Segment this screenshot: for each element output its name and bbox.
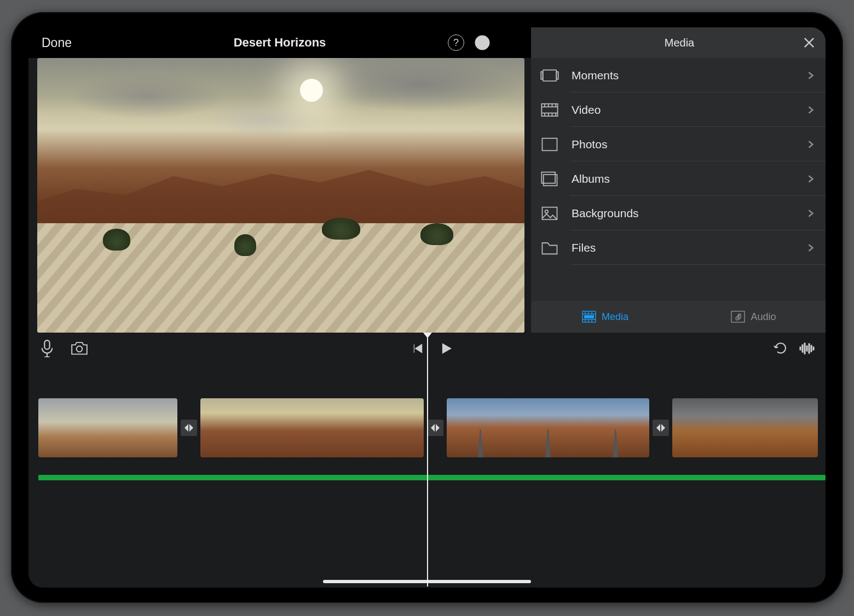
svg-rect-19 <box>806 346 807 351</box>
chevron-right-icon <box>807 72 815 79</box>
svg-rect-14 <box>44 340 49 349</box>
albums-icon <box>540 169 559 189</box>
media-panel: Media Moments Video Phot <box>531 27 826 333</box>
video-icon <box>540 100 559 120</box>
media-panel-header: Media <box>531 27 826 58</box>
files-icon <box>540 238 559 258</box>
timeline-clip[interactable] <box>200 398 424 457</box>
chevron-right-icon <box>807 244 815 252</box>
transition-icon[interactable] <box>427 420 443 436</box>
chevron-right-icon <box>807 141 815 148</box>
chevron-right-icon <box>807 106 815 114</box>
settings-gear-icon[interactable] <box>474 34 491 51</box>
tab-audio-label: Audio <box>751 311 776 323</box>
media-item-moments[interactable]: Moments <box>531 58 826 92</box>
media-item-photos[interactable]: Photos <box>531 127 826 161</box>
tab-media-label: Media <box>602 311 628 323</box>
waveform-icon[interactable] <box>799 342 816 355</box>
svg-point-1 <box>480 40 484 45</box>
media-item-files[interactable]: Files <box>531 230 826 265</box>
svg-rect-3 <box>541 72 543 79</box>
media-panel-title: Media <box>665 37 694 49</box>
media-item-label: Albums <box>572 172 807 185</box>
photos-icon <box>540 135 559 154</box>
screen: Done Desert Horizons ? Media <box>28 27 826 588</box>
tab-audio[interactable]: Audio <box>679 301 826 333</box>
done-button[interactable]: Done <box>28 36 85 50</box>
moments-icon <box>540 66 559 85</box>
media-item-label: Photos <box>572 138 807 151</box>
skip-back-icon[interactable] <box>412 342 424 355</box>
timeline-clip[interactable] <box>38 398 177 457</box>
audio-icon <box>731 311 745 323</box>
svg-rect-6 <box>543 138 557 150</box>
media-item-label: Video <box>572 103 807 117</box>
media-list: Moments Video Photos Albums <box>531 58 826 301</box>
chevron-right-icon <box>807 210 815 217</box>
tab-media[interactable]: Media <box>531 301 679 333</box>
svg-rect-18 <box>804 343 805 354</box>
play-icon[interactable] <box>440 342 452 355</box>
svg-point-10 <box>545 210 549 213</box>
media-item-albums[interactable]: Albums <box>531 161 826 196</box>
svg-rect-17 <box>802 345 803 352</box>
device-frame: Done Desert Horizons ? Media <box>11 12 843 603</box>
audio-track[interactable] <box>38 475 826 480</box>
camera-icon[interactable] <box>70 341 89 356</box>
playhead[interactable] <box>427 337 428 586</box>
video-preview[interactable] <box>37 58 524 333</box>
filmstrip-icon <box>582 311 596 323</box>
transition-icon[interactable] <box>181 420 197 436</box>
svg-rect-22 <box>813 347 814 350</box>
chevron-right-icon <box>807 175 815 183</box>
media-item-video[interactable]: Video <box>531 92 826 127</box>
media-item-backgrounds[interactable]: Backgrounds <box>531 196 826 230</box>
svg-rect-2 <box>543 69 557 80</box>
undo-icon[interactable] <box>773 341 787 356</box>
backgrounds-icon <box>540 204 559 223</box>
media-tabs: Media Audio <box>531 301 826 333</box>
transition-icon[interactable] <box>653 420 669 436</box>
svg-rect-12 <box>584 315 594 318</box>
svg-rect-5 <box>541 103 557 116</box>
svg-rect-4 <box>556 72 558 79</box>
svg-rect-21 <box>811 345 812 352</box>
close-icon[interactable] <box>801 35 817 50</box>
media-item-label: Files <box>572 241 807 254</box>
help-icon[interactable]: ? <box>448 34 464 51</box>
svg-rect-20 <box>809 344 810 353</box>
media-item-label: Moments <box>572 69 807 82</box>
microphone-icon[interactable] <box>39 341 55 356</box>
media-item-label: Backgrounds <box>572 207 807 220</box>
timeline-clip[interactable] <box>447 398 649 457</box>
timeline-clip[interactable] <box>672 398 818 457</box>
svg-rect-16 <box>800 347 801 350</box>
svg-point-15 <box>77 346 83 352</box>
